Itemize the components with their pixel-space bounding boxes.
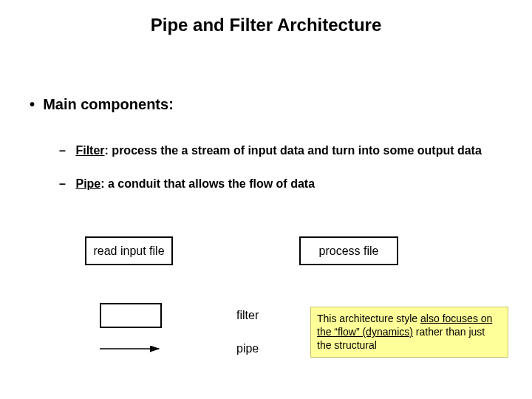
legend-filter-box bbox=[100, 303, 162, 328]
def-filter: – Filter: process the a stream of input … bbox=[59, 144, 502, 157]
legend-pipe-label: pipe bbox=[236, 342, 259, 355]
note-pre: This architecture style bbox=[317, 313, 420, 324]
box-read-input: read input file bbox=[85, 236, 173, 265]
legend-pipe-arrow bbox=[100, 341, 166, 356]
main-heading-text: Main components: bbox=[43, 96, 174, 112]
note-box: This architecture style also focuses on … bbox=[310, 307, 508, 358]
page-title: Pipe and Filter Architecture bbox=[0, 15, 532, 35]
def-filter-text: : process the a stream of input data and… bbox=[105, 144, 482, 157]
legend-filter-label: filter bbox=[236, 309, 259, 322]
def-filter-term: Filter bbox=[75, 144, 104, 157]
def-pipe: – Pipe: a conduit that allows the flow o… bbox=[59, 177, 502, 191]
def-pipe-term: Pipe bbox=[75, 177, 100, 190]
main-heading: • Main components: bbox=[30, 96, 174, 113]
slide: Pipe and Filter Architecture • Main comp… bbox=[0, 0, 532, 399]
def-pipe-text: : a conduit that allows the flow of data bbox=[100, 177, 315, 190]
box-process-file: process file bbox=[299, 236, 398, 265]
